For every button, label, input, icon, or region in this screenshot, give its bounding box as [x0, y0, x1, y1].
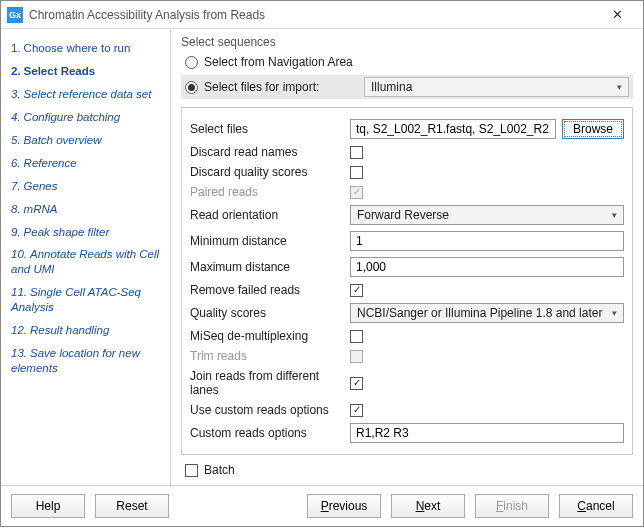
wizard-step-10[interactable]: 10.Annotate Reads with Cell and UMI [11, 243, 162, 281]
step-number: 8. [11, 203, 21, 215]
step-label: Reference [24, 157, 77, 169]
wizard-step-13[interactable]: 13.Save location for new elements [11, 342, 162, 380]
step-label: Choose where to run [24, 42, 131, 54]
use-custom-opts-label: Use custom reads options [190, 403, 350, 417]
wizard-step-2[interactable]: 2.Select Reads [11, 60, 162, 83]
chevron-down-icon: ▾ [612, 206, 617, 224]
use-custom-opts-checkbox[interactable]: ✓ [350, 404, 363, 417]
wizard-step-5[interactable]: 5.Batch overview [11, 129, 162, 152]
help-button[interactable]: Help [11, 494, 85, 518]
wizard-step-11[interactable]: 11.Single Cell ATAC-Seq Analysis [11, 281, 162, 319]
discard-read-names-checkbox[interactable] [350, 146, 363, 159]
chevron-down-icon: ▾ [612, 304, 617, 322]
next-button[interactable]: Next [391, 494, 465, 518]
paired-reads-label: Paired reads [190, 185, 350, 199]
discard-quality-label: Discard quality scores [190, 165, 350, 179]
wizard-step-7[interactable]: 7.Genes [11, 175, 162, 198]
discard-read-names-label: Discard read names [190, 145, 350, 159]
close-icon[interactable]: ✕ [597, 1, 637, 28]
batch-checkbox[interactable] [185, 464, 198, 477]
wizard-step-8[interactable]: 8.mRNA [11, 198, 162, 221]
radio-unchecked-icon [185, 56, 198, 69]
step-label: mRNA [24, 203, 58, 215]
step-label: Single Cell ATAC-Seq Analysis [11, 286, 141, 313]
select-files-input[interactable] [350, 119, 556, 139]
step-number: 9. [11, 226, 21, 238]
radio-select-from-navigation[interactable]: Select from Navigation Area [181, 53, 633, 73]
step-number: 12. [11, 324, 27, 336]
finish-button[interactable]: Finish [475, 494, 549, 518]
step-label: Select Reads [24, 65, 96, 77]
step-label: Configure batching [24, 111, 121, 123]
cancel-button[interactable]: Cancel [559, 494, 633, 518]
step-label: Peak shape filter [24, 226, 110, 238]
paired-reads-checkbox: ✓ [350, 186, 363, 199]
quality-scores-label: Quality scores [190, 306, 350, 320]
step-number: 4. [11, 111, 21, 123]
browse-button[interactable]: Browse [562, 119, 624, 139]
step-number: 1. [11, 42, 21, 54]
step-label: Save location for new elements [11, 347, 140, 374]
batch-label: Batch [204, 463, 235, 477]
wizard-footer: Help Reset Previous Next Finish Cancel [1, 485, 643, 526]
import-type-value: Illumina [371, 80, 412, 94]
remove-failed-label: Remove failed reads [190, 283, 350, 297]
quality-scores-select[interactable]: NCBI/Sanger or Illumina Pipeline 1.8 and… [350, 303, 624, 323]
step-number: 10. [11, 248, 27, 260]
radio-checked-icon [185, 81, 198, 94]
join-lanes-checkbox[interactable]: ✓ [350, 377, 363, 390]
import-options-panel: Select files Browse Discard read names D… [181, 107, 633, 455]
step-number: 3. [11, 88, 21, 100]
read-orientation-value: Forward Reverse [357, 206, 449, 224]
max-distance-label: Maximum distance [190, 260, 350, 274]
wizard-steps-sidebar: 1.Choose where to run2.Select Reads3.Sel… [1, 29, 171, 485]
chevron-down-icon: ▾ [617, 82, 622, 92]
step-label: Batch overview [24, 134, 102, 146]
step-number: 2. [11, 65, 21, 77]
step-label: Select reference data set [24, 88, 152, 100]
step-number: 11. [11, 286, 27, 298]
custom-reads-label: Custom reads options [190, 426, 350, 440]
window-title: Chromatin Accessibility Analysis from Re… [29, 8, 597, 22]
read-orientation-select[interactable]: Forward Reverse ▾ [350, 205, 624, 225]
wizard-step-1[interactable]: 1.Choose where to run [11, 37, 162, 60]
step-number: 7. [11, 180, 21, 192]
discard-quality-checkbox[interactable] [350, 166, 363, 179]
step-label: Genes [24, 180, 58, 192]
remove-failed-checkbox[interactable]: ✓ [350, 284, 363, 297]
miseq-label: MiSeq de-multiplexing [190, 329, 350, 343]
reset-button[interactable]: Reset [95, 494, 169, 518]
import-type-select[interactable]: Illumina ▾ [364, 77, 629, 97]
min-distance-label: Minimum distance [190, 234, 350, 248]
wizard-step-6[interactable]: 6.Reference [11, 152, 162, 175]
max-distance-input[interactable] [350, 257, 624, 277]
step-number: 5. [11, 134, 21, 146]
wizard-step-3[interactable]: 3.Select reference data set [11, 83, 162, 106]
step-number: 13. [11, 347, 27, 359]
read-orientation-label: Read orientation [190, 208, 350, 222]
custom-reads-input[interactable] [350, 423, 624, 443]
trim-reads-checkbox [350, 350, 363, 363]
radio-import-label: Select files for import: [204, 80, 364, 94]
trim-reads-label: Trim reads [190, 349, 350, 363]
select-files-label: Select files [190, 122, 350, 136]
step-label: Annotate Reads with Cell and UMI [11, 248, 159, 275]
title-bar: Gx Chromatin Accessibility Analysis from… [1, 1, 643, 29]
radio-select-files-for-import[interactable]: Select files for import: Illumina ▾ [181, 75, 633, 99]
join-lanes-label: Join reads from different lanes [190, 369, 350, 397]
step-label: Result handling [30, 324, 109, 336]
step-number: 6. [11, 157, 21, 169]
select-sequences-heading: Select sequences [181, 35, 633, 49]
wizard-step-4[interactable]: 4.Configure batching [11, 106, 162, 129]
min-distance-input[interactable] [350, 231, 624, 251]
quality-scores-value: NCBI/Sanger or Illumina Pipeline 1.8 and… [357, 304, 602, 322]
radio-nav-label: Select from Navigation Area [204, 55, 353, 69]
previous-button[interactable]: Previous [307, 494, 381, 518]
app-icon: Gx [7, 7, 23, 23]
miseq-checkbox[interactable] [350, 330, 363, 343]
wizard-step-9[interactable]: 9.Peak shape filter [11, 221, 162, 244]
wizard-step-12[interactable]: 12.Result handling [11, 319, 162, 342]
